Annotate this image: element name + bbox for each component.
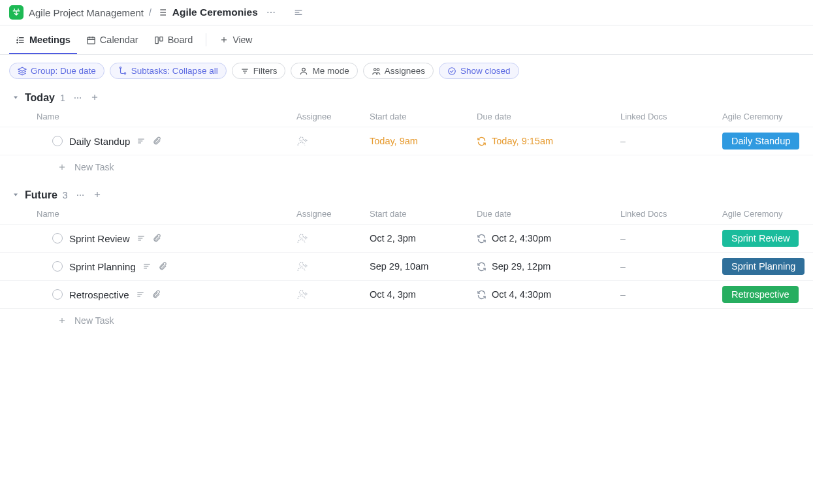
col-name[interactable]: Name [37,209,296,219]
description-icon[interactable] [136,290,145,299]
assignees-pill[interactable]: Assignees [363,63,434,79]
status-circle-icon[interactable] [52,233,63,244]
svg-point-6 [267,12,268,13]
linked-docs-cell[interactable]: – [620,289,722,300]
ceremony-badge: Sprint Planning [722,258,805,275]
ceremony-cell[interactable]: Daily Standup [722,133,801,150]
task-group: Future 3 Name Assignee Start date Due da… [0,184,813,338]
start-date-cell[interactable]: Oct 2, 3pm [370,233,477,244]
group-header: Future 3 [0,187,813,205]
space-icon[interactable] [9,5,24,20]
col-docs[interactable]: Linked Docs [620,209,722,219]
col-docs[interactable]: Linked Docs [620,112,722,121]
start-date-cell[interactable]: Sep 29, 10am [370,261,477,272]
svg-rect-17 [88,37,95,44]
col-assignee[interactable]: Assignee [296,112,370,121]
attachment-icon[interactable] [152,234,161,243]
task-title[interactable]: Sprint Planning [69,261,136,272]
tab-board[interactable]: Board [148,25,200,54]
pill-label: Group: Due date [31,66,96,76]
linked-docs-cell[interactable]: – [620,261,722,272]
task-row[interactable]: Sprint Planning Sep 29, 10am Sep 29, 12p… [0,253,813,281]
attachment-icon[interactable] [151,290,161,299]
svg-point-16 [17,42,18,42]
attachment-icon[interactable] [152,136,161,146]
task-row[interactable]: Daily Standup Today, 9am Today, 9:15am –… [0,127,813,155]
add-view-button[interactable]: View [213,25,259,54]
me-mode-pill[interactable]: Me mode [291,63,357,79]
assignee-cell[interactable] [296,232,370,244]
page-title[interactable]: Agile Ceremonies [172,7,258,18]
svg-point-34 [449,67,456,74]
group-more-icon[interactable] [71,92,85,104]
task-group: Today 1 Name Assignee Start date Due dat… [0,87,813,184]
breadcrumb: Agile Project Management / Agile Ceremon… [0,0,813,25]
svg-point-36 [74,97,76,99]
svg-rect-21 [155,37,158,43]
ceremony-badge: Sprint Review [722,230,799,247]
group-more-icon[interactable] [73,189,88,201]
assignee-cell[interactable] [296,260,370,272]
recurring-icon [477,136,486,146]
group-add-icon[interactable] [93,190,102,201]
start-date-cell[interactable]: Today, 9am [370,136,477,146]
assignee-cell[interactable] [296,289,370,300]
status-circle-icon[interactable] [52,136,63,146]
show-closed-pill[interactable]: Show closed [439,63,519,79]
col-start[interactable]: Start date [370,112,477,121]
subtasks-pill[interactable]: Subtasks: Collapse all [110,63,227,79]
status-circle-icon[interactable] [52,289,63,300]
svg-point-33 [377,68,379,71]
new-task-button[interactable]: New Task [0,309,813,332]
assignee-cell[interactable] [296,135,370,147]
svg-point-50 [77,195,78,196]
col-name[interactable]: Name [37,112,296,121]
col-due[interactable]: Due date [477,112,620,121]
group-title: Future [25,189,57,201]
breadcrumb-space[interactable]: Agile Project Management [29,7,144,18]
collapse-chevron-icon[interactable] [12,93,20,103]
due-date-cell[interactable]: Sep 29, 12pm [477,261,620,272]
new-task-button[interactable]: New Task [0,155,813,179]
attachment-icon[interactable] [158,262,167,271]
tab-calendar[interactable]: Calendar [80,25,145,54]
task-title[interactable]: Retrospective [69,289,129,300]
due-date-cell[interactable]: Oct 4, 4:30pm [477,289,620,300]
task-row[interactable]: Sprint Review Oct 2, 3pm Oct 2, 4:30pm –… [0,225,813,253]
ceremony-cell[interactable]: Sprint Planning [722,258,805,275]
group-count: 1 [60,93,65,103]
linked-docs-cell[interactable]: – [620,233,722,244]
recurring-icon [477,262,486,272]
more-options-icon[interactable] [263,6,279,19]
status-circle-icon[interactable] [52,261,63,272]
col-ceremony[interactable]: Agile Ceremony [722,112,801,121]
task-title[interactable]: Daily Standup [69,136,130,147]
description-icon[interactable] [136,136,146,146]
due-date-cell[interactable]: Today, 9:15am [477,136,620,146]
group-pill[interactable]: Group: Due date [9,63,104,79]
linked-docs-cell[interactable]: – [620,136,722,146]
task-row[interactable]: Retrospective Oct 4, 3pm Oct 4, 4:30pm –… [0,281,813,309]
ceremony-cell[interactable]: Retrospective [722,286,801,303]
tab-meetings[interactable]: Meetings [9,25,77,54]
collapse-chevron-icon[interactable] [12,190,20,200]
col-ceremony[interactable]: Agile Ceremony [722,209,801,219]
svg-point-51 [80,195,81,196]
svg-point-31 [302,68,306,71]
list-icon [157,7,167,18]
ceremony-cell[interactable]: Sprint Review [722,230,801,247]
group-count: 3 [63,190,68,200]
description-icon[interactable] [142,262,151,271]
col-start[interactable]: Start date [370,209,477,219]
task-title[interactable]: Sprint Review [69,233,130,244]
tab-label: Meetings [29,35,71,45]
col-assignee[interactable]: Assignee [296,209,370,219]
collapse-icon[interactable] [291,6,306,19]
filters-pill[interactable]: Filters [232,63,286,79]
start-date-cell[interactable]: Oct 4, 3pm [370,289,477,300]
description-icon[interactable] [136,234,146,243]
svg-point-32 [374,68,376,71]
col-due[interactable]: Due date [477,209,620,219]
group-add-icon[interactable] [90,93,99,104]
due-date-cell[interactable]: Oct 2, 4:30pm [477,233,620,244]
